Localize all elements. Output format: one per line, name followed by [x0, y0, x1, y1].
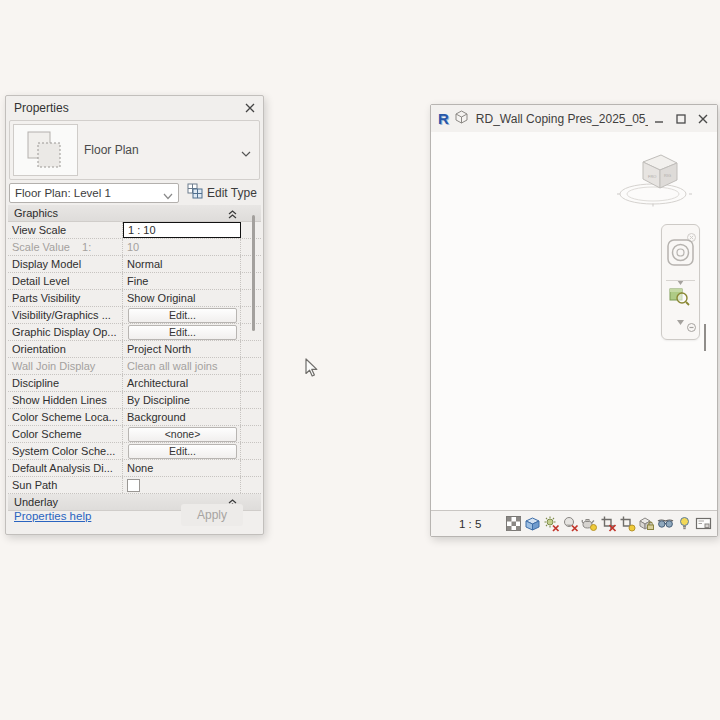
show-crop-region-icon[interactable] — [619, 515, 636, 532]
reveal-hidden-elements-icon[interactable] — [676, 515, 693, 532]
properties-palette: Properties Floor Plan Floor Plan: Level … — [5, 95, 264, 535]
color-scheme-button[interactable]: <none> — [128, 427, 237, 442]
edit-visibility-button[interactable]: Edit... — [128, 308, 237, 323]
edit-type-icon — [187, 183, 203, 202]
properties-help-link[interactable]: Properties help — [14, 510, 91, 522]
3d-view-icon — [454, 110, 469, 128]
mouse-cursor — [305, 358, 319, 382]
edit-type-label: Edit Type — [207, 186, 257, 200]
property-row-color-scheme-location: Color Scheme Loca... Background — [8, 409, 261, 426]
maximize-icon[interactable] — [675, 113, 687, 125]
close-icon[interactable] — [697, 113, 709, 125]
sun-path-icon[interactable] — [543, 515, 560, 532]
visual-style-icon[interactable] — [524, 515, 541, 532]
property-row-system-color-schemes: System Color Sche... Edit... — [8, 443, 261, 460]
zoom-tool-icon[interactable] — [669, 285, 691, 311]
navbar-divider — [666, 280, 695, 281]
window-title: RD_Wall Coping Pres_2025_05_27 - 3... — [476, 112, 648, 126]
navbar-minimize-icon[interactable] — [687, 318, 696, 336]
close-icon[interactable] — [243, 101, 256, 114]
edit-graphic-display-button[interactable]: Edit... — [128, 325, 237, 340]
property-row-discipline: Discipline Architectural — [8, 375, 261, 392]
revit-view-window: R RD_Wall Coping Pres_2025_05_27 - 3... — [430, 104, 718, 537]
detail-level-icon[interactable] — [505, 515, 522, 532]
floor-plan-thumbnail-icon — [13, 124, 78, 176]
property-row-default-analysis-display: Default Analysis Di... None — [8, 460, 261, 477]
full-navigation-wheel-icon[interactable] — [667, 239, 694, 270]
navigation-bar[interactable] — [661, 224, 700, 340]
instance-combobox-value: Floor Plan: Level 1 — [15, 187, 111, 199]
temporary-hide-isolate-icon[interactable] — [657, 515, 674, 532]
property-row-display-model: Display Model Normal — [8, 256, 261, 273]
property-row-view-scale: View Scale 1 : 10 — [8, 222, 261, 239]
navbar-dropdown-icon[interactable] — [677, 311, 684, 329]
view-scale-button[interactable]: 1 : 5 — [459, 518, 501, 530]
property-row-detail-level: Detail Level Fine — [8, 273, 261, 290]
property-row-visibility-graphics: Visibility/Graphics ... Edit... — [8, 307, 261, 324]
chevron-down-icon[interactable] — [241, 143, 251, 161]
revit-logo-icon: R — [438, 111, 449, 126]
temporary-view-properties-icon[interactable] — [695, 515, 712, 532]
svg-text:FRO: FRO — [648, 174, 656, 179]
collapse-chevron-icon[interactable] — [228, 209, 237, 221]
property-row-wall-join-display: Wall Join Display Clean all wall joins — [8, 358, 261, 375]
property-row-sun-path: Sun Path — [8, 477, 261, 494]
apply-button[interactable]: Apply — [181, 504, 243, 526]
type-name-label: Floor Plan — [84, 121, 139, 179]
type-selector[interactable]: Floor Plan — [9, 120, 260, 180]
viewcube-icon[interactable]: FRO RIG — [617, 150, 695, 214]
property-row-color-scheme: Color Scheme <none> — [8, 426, 261, 443]
instance-selector-row: Floor Plan: Level 1 Edit Type — [9, 182, 260, 203]
drawing-canvas[interactable]: FRO RIG — [431, 132, 717, 511]
properties-palette-titlebar[interactable]: Properties — [6, 96, 263, 119]
window-titlebar[interactable]: R RD_Wall Coping Pres_2025_05_27 - 3... — [431, 105, 717, 133]
view-scale-value-field[interactable]: 1 : 10 — [123, 222, 241, 238]
property-row-orientation: Orientation Project North — [8, 341, 261, 358]
system-color-schemes-edit-button[interactable]: Edit... — [128, 444, 237, 459]
minimize-icon[interactable] — [653, 113, 665, 125]
locked-3d-view-icon[interactable] — [638, 515, 655, 532]
svg-text:RIG: RIG — [664, 173, 671, 178]
property-row-show-hidden-lines: Show Hidden Lines By Discipline — [8, 392, 261, 409]
property-row-graphic-display-options: Graphic Display Op... Edit... — [8, 324, 261, 341]
shadows-icon[interactable] — [562, 515, 579, 532]
drawing-element-line[interactable] — [704, 324, 706, 351]
property-row-scale-value: Scale Value 1: 10 — [8, 239, 261, 256]
section-header-graphics[interactable]: Graphics — [8, 205, 261, 222]
crop-view-icon[interactable] — [600, 515, 617, 532]
view-control-bar: 1 : 5 — [431, 510, 717, 536]
sun-path-checkbox[interactable] — [127, 479, 140, 492]
edit-type-button[interactable]: Edit Type — [187, 183, 257, 202]
properties-scrollbar[interactable] — [248, 205, 260, 505]
scrollbar-thumb[interactable] — [252, 215, 255, 331]
chevron-down-icon — [163, 190, 173, 202]
properties-footer: Properties help Apply — [14, 504, 255, 528]
instance-combobox[interactable]: Floor Plan: Level 1 — [9, 183, 179, 203]
properties-title: Properties — [14, 101, 69, 115]
property-grid: Graphics View Scale 1 : 10 Scale Value 1… — [8, 205, 261, 511]
property-row-parts-visibility: Parts Visibility Show Original — [8, 290, 261, 307]
show-rendering-dialog-icon[interactable] — [581, 515, 598, 532]
